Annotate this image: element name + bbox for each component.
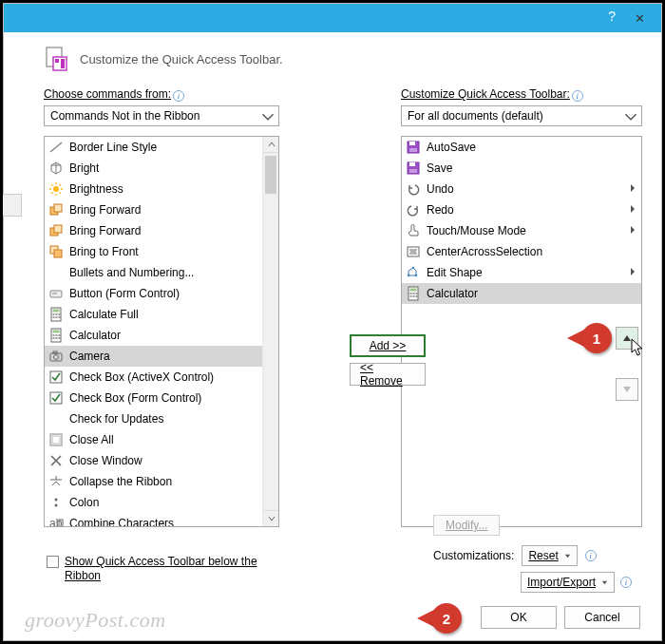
undo-icon: [406, 181, 421, 197]
submenu-arrow-icon: [628, 182, 637, 196]
list-item[interactable]: Brightness: [45, 179, 278, 199]
svg-rect-62: [409, 169, 417, 173]
button-icon: [48, 286, 64, 301]
commands-list[interactable]: Border Line StyleBrightBrightnessBring F…: [44, 136, 279, 527]
move-down-button[interactable]: [616, 378, 638, 401]
close-x-icon: [48, 453, 64, 468]
camera-icon: [48, 349, 64, 364]
svg-point-68: [415, 275, 417, 276]
svg-rect-23: [53, 310, 60, 313]
list-item[interactable]: Camera: [45, 346, 278, 367]
add-button[interactable]: Add >>: [350, 334, 426, 357]
triangle-down-icon: [622, 385, 632, 394]
svg-rect-77: [416, 295, 418, 297]
list-item[interactable]: Undo: [402, 179, 641, 199]
list-item[interactable]: Bring Forward: [45, 220, 278, 241]
close-button[interactable]: ✕: [618, 4, 661, 32]
line-icon: [48, 140, 64, 155]
edit-shape-icon: [406, 265, 421, 280]
list-item[interactable]: Calculator: [45, 325, 278, 346]
choose-commands-label: Choose commands from:i: [44, 87, 279, 102]
scroll-down[interactable]: [263, 510, 279, 526]
touch-icon: [406, 223, 421, 238]
svg-rect-29: [59, 316, 61, 318]
svg-rect-36: [56, 337, 58, 339]
remove-button[interactable]: << Remove: [350, 363, 426, 386]
list-item[interactable]: Edit Shape: [402, 262, 641, 283]
list-item-label: Bring Forward: [69, 203, 275, 217]
list-item[interactable]: Check for Updates: [45, 408, 278, 429]
list-item[interactable]: Calculate Full: [45, 304, 278, 325]
info-icon[interactable]: i: [173, 90, 184, 102]
customize-qat-select[interactable]: For all documents (default): [401, 105, 642, 126]
list-item-label: Bright: [69, 161, 275, 175]
list-item[interactable]: Redo: [402, 199, 641, 220]
titlebar: ? ✕: [4, 4, 661, 32]
list-item[interactable]: CenterAcrossSelection: [402, 241, 641, 262]
list-item[interactable]: abCombine Characters: [45, 513, 278, 527]
list-item[interactable]: Bullets and Numbering...: [45, 262, 278, 283]
info-icon[interactable]: i: [585, 550, 597, 561]
scroll-thumb[interactable]: [265, 156, 276, 194]
mouse-cursor: [631, 338, 646, 357]
list-item-label: Button (Form Control): [69, 287, 275, 300]
list-item[interactable]: Bring to Front: [45, 241, 278, 262]
info-icon[interactable]: i: [572, 90, 583, 102]
svg-rect-75: [410, 295, 412, 297]
submenu-arrow-icon: [628, 203, 637, 217]
show-below-ribbon[interactable]: Show Quick Access Toolbar below the Ribb…: [47, 555, 294, 583]
list-item[interactable]: Button (Form Control): [45, 283, 278, 304]
customize-qat-label: Customize Quick Access Toolbar:i: [401, 87, 642, 102]
list-item[interactable]: Colon: [45, 492, 278, 513]
list-item-label: Save: [427, 161, 637, 175]
checkbox[interactable]: [47, 556, 59, 568]
qat-icon: [44, 46, 70, 72]
list-item[interactable]: Bring Forward: [45, 199, 278, 220]
chevron-down-icon: [601, 579, 608, 586]
svg-rect-28: [56, 316, 58, 318]
combine-icon: ab: [48, 516, 64, 527]
scroll-up[interactable]: [263, 137, 279, 153]
help-button[interactable]: ?: [608, 9, 616, 24]
heading-text: Customize the Quick Access Toolbar.: [80, 52, 283, 66]
none-icon: [48, 265, 64, 280]
list-item[interactable]: Save: [402, 158, 641, 179]
choose-commands-select[interactable]: Commands Not in the Ribbon: [44, 105, 279, 126]
bring-front-icon: [48, 244, 64, 259]
svg-rect-33: [56, 334, 58, 336]
reset-dropdown[interactable]: Reset: [522, 545, 577, 566]
svg-rect-25: [56, 313, 58, 315]
list-item[interactable]: Check Box (Form Control): [45, 388, 278, 408]
save-purple-icon: [406, 140, 421, 155]
svg-point-67: [408, 275, 409, 276]
ok-button[interactable]: OK: [481, 606, 557, 629]
list-item-label: AutoSave: [427, 141, 637, 154]
list-item[interactable]: Calculator: [402, 283, 641, 304]
list-item-label: Brightness: [69, 182, 259, 196]
cancel-button[interactable]: Cancel: [564, 606, 640, 629]
list-item-label: Undo: [427, 182, 622, 196]
list-item[interactable]: Bright: [45, 158, 278, 179]
svg-rect-44: [52, 436, 60, 444]
submenu-arrow-icon: [628, 266, 637, 279]
list-item-label: Close All: [69, 433, 275, 446]
checkbox-icon: [48, 390, 64, 406]
list-item[interactable]: Close Window: [45, 450, 278, 471]
list-item[interactable]: Touch/Mouse Mode: [402, 220, 641, 241]
list-item[interactable]: Close All: [45, 429, 278, 450]
scrollbar[interactable]: [262, 137, 278, 526]
import-export-label: Import/Export: [527, 576, 596, 589]
collapse-icon: [48, 474, 64, 489]
list-item[interactable]: Collapse the Ribbon: [45, 471, 278, 492]
list-item[interactable]: Border Line Style: [45, 137, 278, 158]
list-item-label: Edit Shape: [427, 266, 622, 279]
info-icon[interactable]: i: [620, 577, 632, 588]
sidebar-tab-stub[interactable]: [3, 194, 22, 217]
reset-label: Reset: [528, 549, 558, 562]
import-export-dropdown[interactable]: Import/Export: [521, 572, 615, 593]
cube-icon: [48, 161, 64, 176]
list-item[interactable]: AutoSave: [402, 137, 641, 158]
list-item[interactable]: Check Box (ActiveX Control): [45, 367, 278, 388]
svg-rect-71: [410, 289, 417, 292]
svg-rect-42: [50, 392, 62, 404]
